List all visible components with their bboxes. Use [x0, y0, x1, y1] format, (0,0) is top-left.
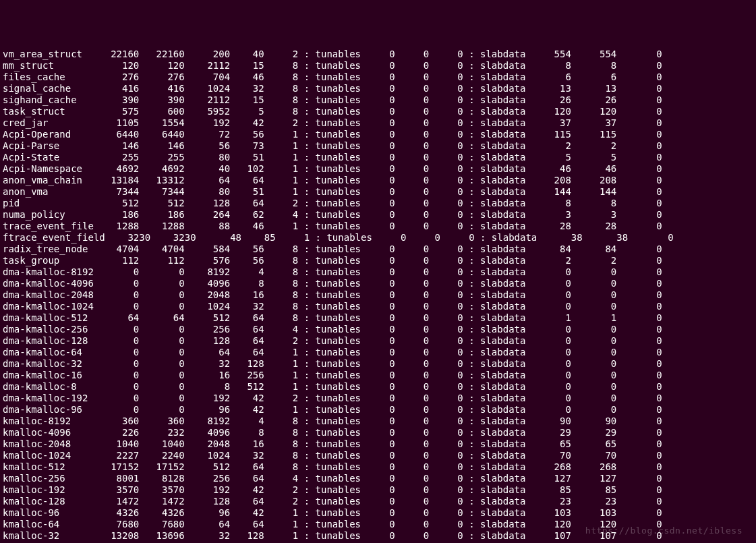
table-row: task_group 112 112 576 56 8 : tunables 0…	[3, 255, 753, 266]
table-row: dma-kmalloc-8192 0 0 8192 4 8 : tunables…	[3, 266, 753, 278]
watermark-text: https://blog.csdn.net/ibless	[585, 525, 743, 536]
table-row: kmalloc-128 1472 1472 128 64 2 : tunable…	[3, 496, 753, 507]
table-row: kmalloc-256 8001 8128 256 64 4 : tunable…	[3, 473, 753, 484]
table-row: anon_vma 7344 7344 80 51 1 : tunables 0 …	[3, 186, 753, 198]
table-row: cred_jar 1105 1554 192 42 2 : tunables 0…	[3, 117, 753, 129]
table-row: kmalloc-2048 1040 1040 2048 16 8 : tunab…	[3, 438, 753, 450]
table-row: dma-kmalloc-64 0 0 64 64 1 : tunables 0 …	[3, 347, 753, 358]
table-row: pid 512 512 128 64 2 : tunables 0 0 0 : …	[3, 198, 753, 209]
table-row: kmalloc-512 17152 17152 512 64 8 : tunab…	[3, 461, 753, 473]
table-row: dma-kmalloc-16 0 0 16 256 1 : tunables 0…	[3, 370, 753, 381]
table-row: kmalloc-192 3570 3570 192 42 2 : tunable…	[3, 484, 753, 496]
table-row: dma-kmalloc-96 0 0 96 42 1 : tunables 0 …	[3, 404, 753, 416]
table-row: kmalloc-1024 2227 2240 1024 32 8 : tunab…	[3, 450, 753, 461]
table-row: dma-kmalloc-8 0 0 8 512 1 : tunables 0 0…	[3, 381, 753, 393]
table-row: Acpi-Parse 146 146 56 73 1 : tunables 0 …	[3, 140, 753, 152]
table-row: dma-kmalloc-2048 0 0 2048 16 8 : tunable…	[3, 289, 753, 301]
table-row: mm_struct 120 120 2112 15 8 : tunables 0…	[3, 60, 753, 72]
table-row: task_struct 575 600 5952 5 8 : tunables …	[3, 106, 753, 117]
table-row: trace_event_file 1288 1288 88 46 1 : tun…	[3, 221, 753, 232]
table-row: dma-kmalloc-256 0 0 256 64 4 : tunables …	[3, 324, 753, 335]
table-row: Acpi-Namespace 4692 4692 40 102 1 : tuna…	[3, 163, 753, 175]
slabinfo-output: vm_area_struct 22160 22160 200 40 2 : tu…	[3, 49, 753, 543]
table-row: dma-kmalloc-4096 0 0 4096 8 8 : tunables…	[3, 278, 753, 289]
table-row: kmalloc-8192 360 360 8192 4 8 : tunables…	[3, 416, 753, 427]
table-row: kmalloc-4096 226 232 4096 8 8 : tunables…	[3, 427, 753, 438]
table-row: kmalloc-96 4326 4326 96 42 1 : tunables …	[3, 507, 753, 519]
table-row: Acpi-State 255 255 80 51 1 : tunables 0 …	[3, 152, 753, 163]
table-row: radix_tree_node 4704 4704 584 56 8 : tun…	[3, 244, 753, 255]
table-row: Acpi-Operand 6440 6440 72 56 1 : tunable…	[3, 129, 753, 140]
table-row: dma-kmalloc-128 0 0 128 64 2 : tunables …	[3, 335, 753, 347]
table-row: numa_policy 186 186 264 62 4 : tunables …	[3, 209, 753, 221]
table-row: ftrace_event_field 3230 3230 48 85 1 : t…	[3, 232, 753, 244]
table-row: sighand_cache 390 390 2112 15 8 : tunabl…	[3, 94, 753, 106]
table-row: anon_vma_chain 13184 13312 64 64 1 : tun…	[3, 175, 753, 186]
table-row: signal_cache 416 416 1024 32 8 : tunable…	[3, 83, 753, 94]
table-row: files_cache 276 276 704 46 8 : tunables …	[3, 72, 753, 83]
table-row: dma-kmalloc-192 0 0 192 42 2 : tunables …	[3, 393, 753, 404]
table-row: dma-kmalloc-1024 0 0 1024 32 8 : tunable…	[3, 301, 753, 312]
table-row: dma-kmalloc-512 64 64 512 64 8 : tunable…	[3, 312, 753, 324]
table-row: dma-kmalloc-32 0 0 32 128 1 : tunables 0…	[3, 358, 753, 370]
table-row: vm_area_struct 22160 22160 200 40 2 : tu…	[3, 49, 753, 60]
